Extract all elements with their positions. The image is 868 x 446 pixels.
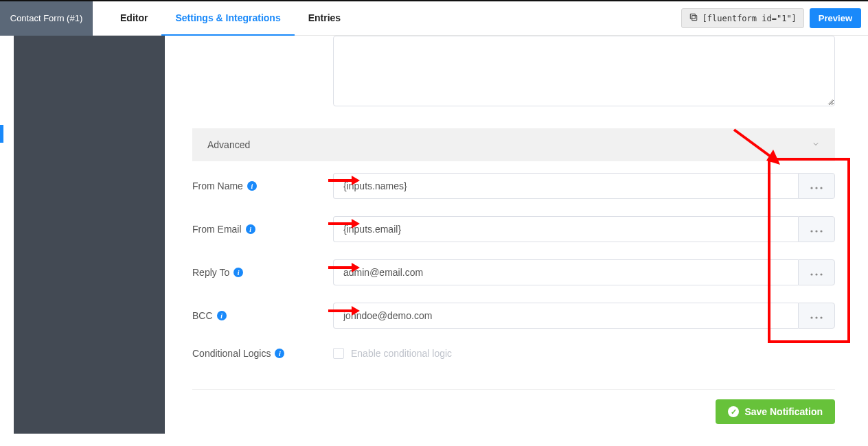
svg-point-3 (815, 187, 817, 189)
main-area: Advanced From Name i From Email i (165, 36, 861, 446)
ellipsis-icon (810, 224, 823, 235)
svg-point-8 (810, 273, 812, 275)
from-name-input[interactable] (333, 173, 798, 199)
reply-to-row: Reply To i (192, 259, 835, 285)
from-email-shortcodes-button[interactable] (798, 216, 835, 242)
tab-settings[interactable]: Settings & Integrations (161, 1, 294, 36)
conditional-checkbox[interactable] (333, 348, 344, 359)
chevron-down-icon (812, 139, 820, 150)
copy-icon (689, 12, 698, 24)
from-name-row: From Name i (192, 173, 835, 199)
ellipsis-icon (810, 180, 823, 191)
settings-sidebar (14, 36, 165, 434)
bcc-input[interactable] (333, 303, 798, 329)
svg-point-11 (810, 316, 812, 318)
bcc-row: BCC i (192, 303, 835, 329)
check-circle-icon: ✓ (728, 406, 739, 417)
decorative-edge (0, 125, 3, 143)
shortcode-copy[interactable]: [fluentform id="1"] (681, 8, 804, 28)
conditional-checkbox-label: Enable conditional logic (351, 348, 452, 359)
svg-point-9 (815, 273, 817, 275)
info-icon[interactable]: i (247, 181, 257, 191)
info-icon[interactable]: i (233, 268, 243, 277)
from-email-input[interactable] (333, 216, 798, 242)
save-button-label: Save Notification (744, 406, 823, 417)
info-icon[interactable]: i (217, 311, 227, 320)
message-body-input[interactable] (333, 36, 835, 106)
from-name-label: From Name i (192, 180, 333, 191)
reply-to-input[interactable] (333, 259, 798, 285)
from-email-row: From Email i (192, 216, 835, 242)
shortcode-text: [fluentform id="1"] (703, 14, 797, 23)
svg-rect-1 (690, 14, 695, 19)
advanced-section-toggle[interactable]: Advanced (192, 128, 835, 161)
svg-point-10 (820, 273, 822, 275)
divider (192, 389, 835, 390)
svg-rect-0 (692, 16, 696, 21)
form-title: Contact Form (#1) (0, 1, 93, 36)
section-title: Advanced (207, 139, 250, 150)
svg-point-6 (815, 230, 817, 232)
svg-point-2 (810, 187, 812, 189)
svg-point-5 (810, 230, 812, 232)
reply-to-shortcodes-button[interactable] (798, 259, 835, 285)
info-icon[interactable]: i (275, 349, 284, 358)
preview-button[interactable]: Preview (810, 8, 861, 28)
svg-point-13 (820, 316, 822, 318)
conditional-label: Conditional Logics i (192, 348, 333, 359)
svg-point-7 (820, 230, 822, 232)
ellipsis-icon (810, 310, 823, 321)
tab-entries[interactable]: Entries (295, 1, 354, 36)
reply-to-label: Reply To i (192, 267, 333, 278)
from-email-label: From Email i (192, 224, 333, 235)
info-icon[interactable]: i (246, 224, 255, 234)
message-body-wrap (333, 36, 835, 106)
save-notification-button[interactable]: ✓ Save Notification (716, 399, 835, 424)
from-name-shortcodes-button[interactable] (798, 173, 835, 199)
top-bar: Contact Form (#1) Editor Settings & Inte… (0, 1, 868, 36)
tabs: Editor Settings & Integrations Entries (106, 1, 354, 36)
bcc-shortcodes-button[interactable] (798, 303, 835, 329)
bcc-label: BCC i (192, 310, 333, 321)
tab-editor[interactable]: Editor (106, 1, 161, 36)
svg-point-4 (820, 187, 822, 189)
ellipsis-icon (810, 267, 823, 278)
svg-point-12 (815, 316, 817, 318)
conditional-row: Conditional Logics i Enable conditional … (192, 348, 835, 359)
